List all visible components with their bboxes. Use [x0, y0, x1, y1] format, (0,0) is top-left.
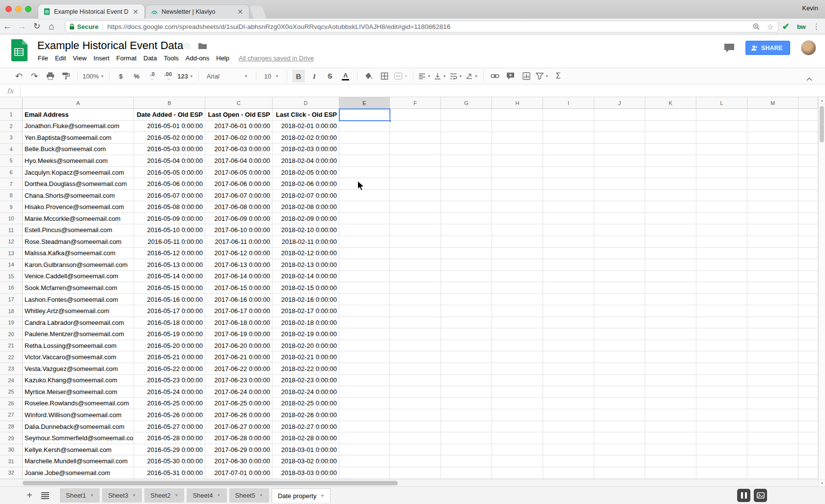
- cell[interactable]: [390, 248, 441, 260]
- cell[interactable]: [747, 167, 798, 179]
- cell[interactable]: [441, 375, 492, 387]
- cell[interactable]: [390, 167, 441, 179]
- cell[interactable]: [747, 398, 798, 410]
- cell[interactable]: Estell.Pincus@someemail.com: [23, 224, 134, 236]
- menu-insert[interactable]: Insert: [90, 53, 113, 64]
- row-header-26[interactable]: 26: [0, 398, 23, 410]
- cell[interactable]: [798, 236, 818, 248]
- cell[interactable]: 2018-02-16 0:00:00: [273, 294, 339, 306]
- cell[interactable]: [747, 467, 798, 479]
- home-icon[interactable]: ⌂: [44, 21, 59, 32]
- cell[interactable]: [747, 455, 798, 467]
- cell[interactable]: [747, 351, 798, 363]
- cell[interactable]: [339, 167, 390, 179]
- row-header-7[interactable]: 7: [0, 178, 23, 190]
- cell[interactable]: [696, 305, 747, 317]
- cell[interactable]: [492, 467, 543, 479]
- text-color-button[interactable]: A: [339, 70, 352, 82]
- insert-comment-icon[interactable]: [504, 70, 517, 82]
- cell[interactable]: 2017-06-25 0:00:00: [205, 398, 273, 410]
- cell[interactable]: [594, 224, 645, 236]
- cell[interactable]: 2017-06-12 0:00:00: [205, 248, 273, 260]
- cell[interactable]: [645, 178, 696, 190]
- cell[interactable]: [543, 121, 594, 133]
- cell[interactable]: 2017-06-09 0:00:00: [205, 213, 273, 225]
- cell[interactable]: [798, 224, 818, 236]
- cell[interactable]: [543, 375, 594, 387]
- cell[interactable]: [339, 340, 390, 352]
- cell[interactable]: [798, 178, 818, 190]
- column-header-K[interactable]: K: [645, 97, 696, 109]
- cell[interactable]: [645, 167, 696, 179]
- row-header-30[interactable]: 30: [0, 444, 23, 456]
- cell[interactable]: [696, 167, 747, 179]
- menu-format[interactable]: Format: [113, 53, 140, 64]
- cell[interactable]: 2016-05-22 0:00:00: [134, 363, 205, 375]
- cell[interactable]: 2016-05-25 0:00:00: [134, 398, 205, 410]
- cell[interactable]: [798, 213, 818, 225]
- cell[interactable]: [594, 167, 645, 179]
- cell[interactable]: [645, 271, 696, 283]
- cell[interactable]: [390, 386, 441, 398]
- cell[interactable]: 2017-06-07 0:00:00: [205, 190, 273, 202]
- select-all-corner[interactable]: [0, 97, 23, 109]
- cell[interactable]: [645, 155, 696, 167]
- cell[interactable]: [747, 317, 798, 329]
- cell[interactable]: [696, 282, 747, 294]
- cell[interactable]: 2016-05-05 0:00:00: [134, 167, 205, 179]
- cell[interactable]: [390, 305, 441, 317]
- cell[interactable]: [696, 121, 747, 133]
- scroll-down-icon[interactable]: ▼: [819, 479, 825, 486]
- cell[interactable]: 2017-06-27 0:00:00: [205, 421, 273, 433]
- row-header-23[interactable]: 23: [0, 363, 23, 375]
- italic-button[interactable]: I: [308, 70, 321, 82]
- cell[interactable]: [339, 155, 390, 167]
- row-header-20[interactable]: 20: [0, 328, 23, 340]
- cell[interactable]: [645, 340, 696, 352]
- cell[interactable]: [696, 444, 747, 456]
- column-header-E[interactable]: E: [339, 97, 390, 109]
- cell[interactable]: 2017-06-14 0:00:00: [205, 271, 273, 283]
- cell[interactable]: 2016-05-10 0:00:00: [134, 224, 205, 236]
- cell[interactable]: [390, 190, 441, 202]
- cell[interactable]: [492, 375, 543, 387]
- cell[interactable]: Candra.Labrador@someemail.com: [23, 317, 134, 329]
- cell[interactable]: [645, 282, 696, 294]
- row-header-13[interactable]: 13: [0, 248, 23, 260]
- cell[interactable]: [798, 455, 818, 467]
- cell[interactable]: [492, 363, 543, 375]
- cell[interactable]: [390, 271, 441, 283]
- cell[interactable]: [645, 375, 696, 387]
- cell[interactable]: Marchelle.Mundell@someemail.com: [23, 455, 134, 467]
- collapse-toolbar-icon[interactable]: [803, 73, 816, 85]
- vertical-scrollbar[interactable]: ▲ ▼: [818, 97, 825, 486]
- cell[interactable]: [441, 190, 492, 202]
- url-text[interactable]: https://docs.google.com/spreadsheets/d/1…: [107, 23, 748, 30]
- vertical-scroll-thumb[interactable]: [820, 106, 824, 142]
- cell[interactable]: [594, 340, 645, 352]
- text-wrap-icon[interactable]: ▼: [450, 70, 463, 82]
- cell[interactable]: [747, 340, 798, 352]
- cell[interactable]: [798, 409, 818, 421]
- cell[interactable]: 2017-06-17 0:00:00: [205, 305, 273, 317]
- row-header-18[interactable]: 18: [0, 305, 23, 317]
- cell[interactable]: [798, 167, 818, 179]
- cell[interactable]: [594, 363, 645, 375]
- pause-icon[interactable]: [737, 489, 750, 502]
- cell[interactable]: [492, 409, 543, 421]
- cell[interactable]: [492, 328, 543, 340]
- cell[interactable]: 2017-06-01 0:00:00: [205, 121, 273, 133]
- cell[interactable]: 2017-06-22 0:00:00: [205, 363, 273, 375]
- cell[interactable]: [645, 421, 696, 433]
- cell[interactable]: [645, 109, 696, 121]
- cell[interactable]: [594, 455, 645, 467]
- cell[interactable]: [747, 109, 798, 121]
- cell[interactable]: [339, 213, 390, 225]
- cell[interactable]: [747, 259, 798, 271]
- cell[interactable]: [441, 132, 492, 144]
- cell[interactable]: [339, 317, 390, 329]
- omnibox[interactable]: Secure https://docs.google.com/spreadshe…: [65, 21, 778, 32]
- document-title[interactable]: Example Historical Event Data: [37, 39, 183, 52]
- cell[interactable]: [543, 421, 594, 433]
- undo-icon[interactable]: ↶: [12, 70, 25, 82]
